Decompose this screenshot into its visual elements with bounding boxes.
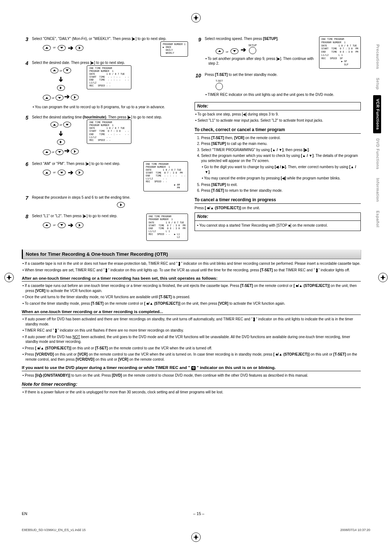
crop-mark-top <box>191 13 201 23</box>
play-button-icon <box>71 94 79 100</box>
tab-precautions: Precautions <box>373 41 381 73</box>
notes-bar: Notes for Timer Recording & One-touch Ti… <box>22 250 361 259</box>
osd-step3: PROGRAM NUMBER 1 ▶ ONCE DAILY WEEKLY <box>160 41 188 57</box>
page-columns: 3 Select "ONCE", "DAILY" (Mon-Fri), or "… <box>22 36 370 244</box>
bullet: If auto power off for DVD has NOT been a… <box>22 335 361 344</box>
down-button-icon <box>56 95 64 101</box>
play-button-icon <box>117 202 125 208</box>
up-button-icon <box>50 68 58 73</box>
tab-setup: Setup <box>373 74 381 93</box>
arrow-down-icon: ➔ <box>56 76 65 82</box>
setup-label: SETUP <box>248 44 257 47</box>
osd-step6: ONE TIME PROGRAM PROGRAM NUMBER 1 DATE 1… <box>143 161 188 191</box>
play-button-icon <box>75 45 83 51</box>
bottom-section: Notes for Timer Recording & One-touch Ti… <box>22 250 370 394</box>
list-item: Press [T-SET] then, [VCR] on the remote … <box>201 135 361 141</box>
step-text: to set the timer standby mode. <box>228 73 277 77</box>
step4-bullet: You can program the unit to record up to… <box>32 105 188 110</box>
bullet: If auto power off for DVD has been activ… <box>22 317 361 327</box>
tab-vcr-functions: VCR Functions <box>373 95 381 133</box>
step-number: 5 <box>22 115 32 158</box>
check-header: To check, correct or cancel a timer prog… <box>195 127 361 134</box>
step-text: . <box>277 37 278 41</box>
step-number: 9 <box>195 36 205 69</box>
step-number: 4 <box>22 60 32 111</box>
step-6: 6 Select "AM" or "PM". Then press [▶] to… <box>22 161 188 191</box>
note-timer-bullet: If there is a power failure or the unit … <box>22 390 361 395</box>
bullet: If a cassette tape runs out before an on… <box>22 283 361 293</box>
sub1-header: After an one-touch timer recording or a … <box>22 276 361 281</box>
step-9: 9 Select recording speed. Then press [SE… <box>195 36 361 69</box>
up-button-icon <box>50 122 58 127</box>
bullet: If a cassette tape is not in the unit or… <box>22 261 361 266</box>
tset-label: T-SET <box>216 79 223 82</box>
step-text: Select the desired starting time <box>32 115 83 119</box>
list-item: Press [SETUP] to call up the main menu. <box>201 141 361 146</box>
up-button-icon <box>43 95 51 101</box>
bullet: Press [I/⏻ (ON/STANDBY)] to turn on the … <box>22 373 361 378</box>
bullet: TIMER REC and " ⟲ " indicator on this un… <box>22 328 361 333</box>
note-timer-header: Note for timer recording: <box>22 381 361 388</box>
left-column: 3 Select "ONCE", "DAILY" (Mon-Fri), or "… <box>22 36 188 244</box>
crop-mark-left <box>4 273 14 282</box>
step-number: 7 <box>22 195 32 210</box>
right-column: 9 Select recording speed. Then press [SE… <box>195 36 370 244</box>
print-date: 2008/07/14 10:37:20 <box>340 528 370 532</box>
bullet: Once the unit turns to the timer standby… <box>22 295 361 300</box>
step-text: Select the desired date. Then press [▶] … <box>32 61 125 65</box>
up-button-icon <box>43 45 51 51</box>
step-text: Select recording speed. Then press <box>205 37 263 41</box>
sub2-header: When an one-touch timer recording or a t… <box>22 309 361 315</box>
down-button-icon <box>58 45 66 51</box>
tab-information: Information <box>373 174 381 206</box>
step-text: Select "AM" or "PM". Then press [▶] to g… <box>32 162 120 166</box>
note2-bullet: You cannot stop a started Timer Recordin… <box>196 223 359 228</box>
bold: (hour/minute) <box>83 115 106 119</box>
step10-bullet: TIMER REC indicator on this unit lights … <box>205 92 361 97</box>
tset-button-icon <box>216 83 223 90</box>
play-button-icon <box>57 85 65 91</box>
step-3: 3 Select "ONCE", "DAILY" (Mon-Fri), or "… <box>22 36 188 57</box>
note2-header: Note: <box>195 212 361 220</box>
tab-dvd-functions: DVD Functions <box>373 135 381 173</box>
bullet: Press [ ■/▲ (STOP/EJECT)] on this unit o… <box>22 346 361 351</box>
note-bullet: Select "L1" to activate rear input jacks… <box>195 118 361 123</box>
down-button-icon <box>63 68 71 73</box>
list-item: Press [T-SET] to return to the timer sta… <box>201 188 361 193</box>
step-text: . Then press [▶] to go to next step. <box>106 115 162 119</box>
step-10: 10 Press [T-SET] to set the timer standb… <box>195 72 361 98</box>
play-button-icon <box>57 139 65 145</box>
osd-step5: ONE TIME PROGRAM PROGRAM NUMBER 1 DATE 1… <box>87 119 131 144</box>
note-box: To go back one step, press [◀] during st… <box>195 110 361 123</box>
check-list: Press [T-SET] then, [VCR] on the remote … <box>195 135 361 193</box>
step-text: Repeat the procedure in steps 5 and 6 to… <box>32 195 130 199</box>
or-label: or <box>53 46 56 50</box>
note-header: Note: <box>195 102 361 110</box>
step-text: Select "ONCE", "DAILY" (Mon-Fri), or "WE… <box>32 37 167 41</box>
setup-button-icon <box>249 47 256 54</box>
footer: EN – 15 – <box>22 511 370 516</box>
crop-mark-right <box>378 273 388 282</box>
step-number: 8 <box>22 214 32 241</box>
step-7: 7 Repeat the procedure in steps 5 and 6 … <box>22 195 188 210</box>
arrow-right-icon: ➔ <box>68 44 73 52</box>
tab-espanol: Español <box>373 207 381 231</box>
sub3-header: If you want to use the DVD player during… <box>22 365 361 371</box>
print-file: E8EB5UD_SD-V296KU_EN_ES_v1.indd 15 <box>22 528 86 532</box>
side-tabs: Precautions Setup VCR Functions DVD Func… <box>373 41 381 231</box>
timer-indicator-icon: ⟲ <box>191 366 196 370</box>
step-4: 4 Select the desired date. Then press [▶… <box>22 60 188 111</box>
osd-step9: ONE TIME PROGRAM PROGRAM NUMBER 1 DATE 1… <box>319 36 361 69</box>
footer-left: EN <box>22 511 27 516</box>
print-line: E8EB5UD_SD-V296KU_EN_ES_v1.indd 15 2008/… <box>22 528 370 532</box>
bullet: To cancel the timer standby mode, press … <box>22 301 361 306</box>
bold: [SETUP] <box>263 37 277 41</box>
step-number: 3 <box>22 36 32 57</box>
list-item: Press [SETUP] to exit. <box>201 182 361 187</box>
bold: [T-SET] <box>215 73 228 77</box>
bullet: When timer recordings are set, TIMER REC… <box>22 268 361 273</box>
bullet: Press [VCR/DVD] on this unit or [VCR] on… <box>22 352 361 362</box>
cancel-text: Press [ ■/▲ (STOP/EJECT)] on the unit. <box>195 206 361 211</box>
cancel-header: To cancel a timer recording in progress <box>195 197 361 204</box>
crop-mark-bottom <box>191 532 201 542</box>
